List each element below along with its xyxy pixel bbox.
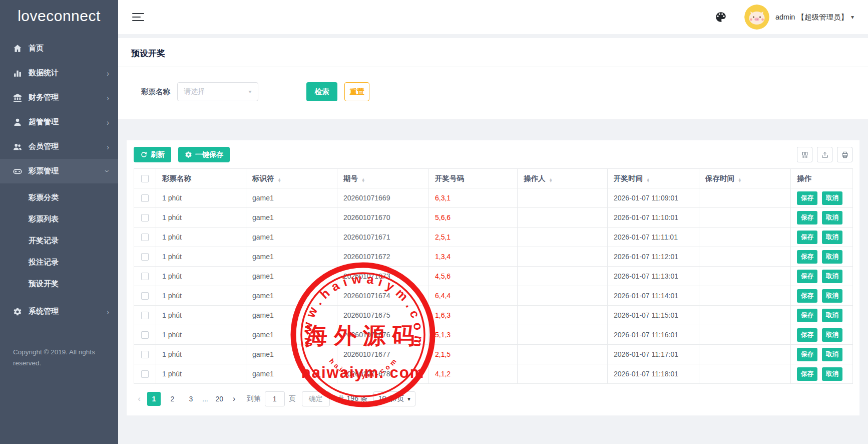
sort-icon[interactable]: ▲▼ xyxy=(738,178,741,183)
page-number[interactable]: 20 xyxy=(213,392,226,406)
page-number[interactable]: 1 xyxy=(147,392,161,406)
goto-confirm-button[interactable]: 确定 xyxy=(302,391,330,406)
row-checkbox[interactable] xyxy=(141,370,149,378)
column-header-draw-time[interactable]: 开奖时间▲▼ xyxy=(608,169,699,188)
table-row: 1 phút game1 202601071669 6,3,1 2026-01-… xyxy=(134,188,853,208)
reset-button[interactable]: 重置 xyxy=(344,82,369,101)
user-avatar[interactable] xyxy=(744,5,769,30)
row-cancel-button[interactable]: 取消 xyxy=(822,348,842,361)
column-header-code[interactable]: 标识符▲▼ xyxy=(246,169,337,188)
filter-card: 预设开奖 彩票名称 请选择 ▼ 检索 重置 xyxy=(118,38,868,119)
cell-save-time xyxy=(699,247,791,267)
topbar-right: admin 【超级管理员】 ▾ xyxy=(714,5,854,30)
prev-page-icon[interactable]: ‹ xyxy=(134,394,145,404)
cell-draw-time: 2026-01-07 11:15:01 xyxy=(608,306,699,325)
cell-save-time xyxy=(699,188,791,208)
row-cancel-button[interactable]: 取消 xyxy=(822,231,842,244)
row-cancel-button[interactable]: 取消 xyxy=(822,328,842,342)
sidebar-item-preset-draw[interactable]: 预设开奖 xyxy=(0,273,118,294)
export-button[interactable] xyxy=(817,147,832,162)
page-number[interactable]: 2 xyxy=(166,392,179,406)
sidebar-item-lottery[interactable]: 彩票管理 › xyxy=(0,159,118,183)
row-save-button[interactable]: 保存 xyxy=(797,367,817,381)
cell-name: 1 phút xyxy=(156,267,246,286)
row-cancel-button[interactable]: 取消 xyxy=(822,367,842,381)
copyright-text: Copyright © 2019. All rights reserved. xyxy=(0,324,118,369)
page-number[interactable]: 3 xyxy=(184,392,198,406)
table-toolbar: 刷新 一键保存 xyxy=(134,147,852,162)
sidebar-item-draw-records[interactable]: 开奖记录 xyxy=(0,230,118,251)
menu-toggle-icon[interactable] xyxy=(132,11,144,24)
row-save-button[interactable]: 保存 xyxy=(797,250,817,264)
row-save-button[interactable]: 保存 xyxy=(797,309,817,322)
table-row: 1 phút game1 202601071675 1,6,3 2026-01-… xyxy=(134,306,853,325)
row-cancel-button[interactable]: 取消 xyxy=(822,211,842,225)
row-save-button[interactable]: 保存 xyxy=(797,191,817,205)
select-all-checkbox[interactable] xyxy=(141,175,149,182)
row-cancel-button[interactable]: 取消 xyxy=(822,270,842,283)
user-dropdown-caret-icon[interactable]: ▾ xyxy=(851,14,854,21)
username-label[interactable]: admin 【超级管理员】 xyxy=(775,13,848,22)
bar-chart-icon xyxy=(13,69,22,78)
lottery-name-select[interactable]: 请选择 ▼ xyxy=(177,82,258,101)
row-checkbox[interactable] xyxy=(141,253,149,261)
row-save-button[interactable]: 保存 xyxy=(797,328,817,342)
cell-numbers: 2,1,5 xyxy=(429,345,518,364)
sidebar-item-system[interactable]: 系统管理 › xyxy=(0,299,118,324)
save-all-button[interactable]: 一键保存 xyxy=(178,147,230,162)
cell-operator xyxy=(518,345,608,364)
next-page-icon[interactable]: › xyxy=(229,394,240,404)
sidebar-item-finance[interactable]: 财务管理 › xyxy=(0,85,118,110)
sort-icon[interactable]: ▲▼ xyxy=(361,178,365,183)
row-cancel-button[interactable]: 取消 xyxy=(822,289,842,303)
row-checkbox[interactable] xyxy=(141,351,149,358)
row-save-button[interactable]: 保存 xyxy=(797,289,817,303)
sort-icon[interactable]: ▲▼ xyxy=(549,178,553,183)
row-checkbox[interactable] xyxy=(141,273,149,280)
print-button[interactable] xyxy=(837,147,852,162)
row-save-button[interactable]: 保存 xyxy=(797,231,817,244)
column-header-save-time[interactable]: 保存时间▲▼ xyxy=(699,169,791,188)
sidebar-item-bet-records[interactable]: 投注记录 xyxy=(0,251,118,273)
theme-palette-icon[interactable] xyxy=(714,11,727,24)
goto-page-input[interactable] xyxy=(265,391,285,406)
row-checkbox[interactable] xyxy=(141,194,149,202)
cell-operator xyxy=(518,364,608,384)
columns-settings-button[interactable] xyxy=(797,147,812,162)
row-cancel-button[interactable]: 取消 xyxy=(822,191,842,205)
sidebar-item-home[interactable]: 首页 xyxy=(0,36,118,61)
column-header-operator[interactable]: 操作人▲▼ xyxy=(518,169,608,188)
sidebar-item-lottery-category[interactable]: 彩票分类 xyxy=(0,186,118,208)
lottery-name-label: 彩票名称 xyxy=(141,87,170,97)
refresh-icon xyxy=(140,151,148,158)
row-cancel-button[interactable]: 取消 xyxy=(822,250,842,264)
filter-row: 彩票名称 请选择 ▼ 检索 重置 xyxy=(118,67,868,119)
cell-name: 1 phút xyxy=(156,286,246,306)
sidebar-item-statistics[interactable]: 数据统计 › xyxy=(0,61,118,85)
row-cancel-button[interactable]: 取消 xyxy=(822,309,842,322)
row-checkbox[interactable] xyxy=(141,292,149,300)
column-header-issue[interactable]: 期号▲▼ xyxy=(337,169,429,188)
cell-name: 1 phút xyxy=(156,345,246,364)
sort-icon[interactable]: ▲▼ xyxy=(646,178,650,183)
row-checkbox[interactable] xyxy=(141,331,149,339)
sidebar-item-lottery-list[interactable]: 彩票列表 xyxy=(0,208,118,230)
cell-issue: 202601071676 xyxy=(337,325,429,345)
search-button[interactable]: 检索 xyxy=(306,82,337,101)
cell-draw-time: 2026-01-07 11:17:01 xyxy=(608,345,699,364)
column-header-actions: 操作 xyxy=(791,169,853,188)
refresh-label: 刷新 xyxy=(151,150,165,159)
row-checkbox[interactable] xyxy=(141,312,149,319)
row-save-button[interactable]: 保存 xyxy=(797,348,817,361)
sort-icon[interactable]: ▲▼ xyxy=(278,178,281,183)
row-save-button[interactable]: 保存 xyxy=(797,211,817,225)
column-header-name: 彩票名称 xyxy=(156,169,246,188)
row-checkbox[interactable] xyxy=(141,234,149,241)
refresh-button[interactable]: 刷新 xyxy=(134,147,171,162)
row-save-button[interactable]: 保存 xyxy=(797,270,817,283)
per-page-select[interactable]: 10 条/页 ▾ xyxy=(373,391,415,406)
sidebar-item-superadmin[interactable]: 超管管理 › xyxy=(0,110,118,134)
page-ellipsis: ... xyxy=(202,395,208,403)
sidebar-item-members[interactable]: 会员管理 › xyxy=(0,134,118,159)
row-checkbox[interactable] xyxy=(141,214,149,221)
